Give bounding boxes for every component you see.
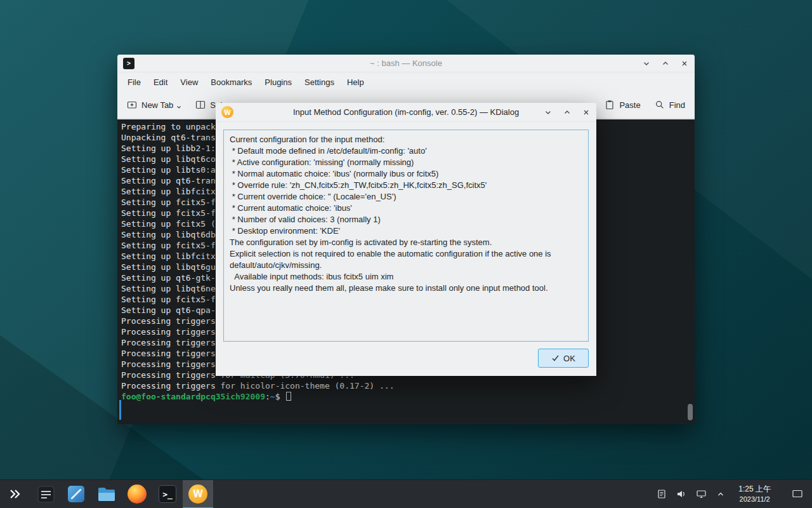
chevron-down-icon [176,105,181,110]
dialog-line: Available input methods: ibus fcitx5 uim… [230,271,582,283]
dialog-line: * Current automatic choice: 'ibus' [230,203,582,214]
folder-icon [97,486,116,502]
application-launcher-button[interactable] [0,480,30,508]
kdialog-window-title: Input Method Configuration (im-config, v… [293,107,519,117]
new-tab-button[interactable]: New Tab [127,100,181,110]
clock[interactable]: 1:25 上午 2023/11/2 [738,485,771,504]
terminal-prompt: foo@foo-standardpcq35ich92009:~$ [121,391,695,402]
kdialog-window: W Input Method Configuration (im-config,… [216,103,596,376]
minimize-icon[interactable] [642,59,651,68]
new-tab-label: New Tab [141,100,173,110]
konsole-menubar: File Edit View Bookmarks Plugins Setting… [117,72,695,91]
konsole-window-title: ~ : bash — Konsole [370,58,442,68]
terminal-line: Processing triggers for hicolor-icon-the… [121,380,695,391]
discover-button[interactable] [61,480,91,508]
menu-settings[interactable]: Settings [298,74,341,90]
search-icon [655,100,665,110]
find-label: Find [669,100,685,110]
dialog-line: * Default mode defined in /etc/default/i… [230,145,582,157]
paste-button[interactable]: Paste [605,100,640,110]
close-icon[interactable] [582,108,591,117]
taskbar: >_ W 1:25 上午 2023/11/2 [0,479,812,508]
im-config-app-icon: W [221,106,233,118]
tab-new-icon [127,100,137,110]
paste-label: Paste [619,100,640,110]
menu-bookmarks[interactable]: Bookmarks [204,74,258,90]
volume-icon[interactable] [676,489,686,499]
konsole-task-icon: >_ [159,485,176,503]
konsole-titlebar[interactable]: > ~ : bash — Konsole [117,55,695,72]
minimize-icon[interactable] [544,108,553,117]
prompt-user-host: foo@foo-standardpcq35ich92009 [121,392,265,401]
kdialog-task-button[interactable]: W [183,480,213,508]
discover-icon [67,485,85,503]
clock-time: 1:25 上午 [738,485,771,495]
dialog-line: * Number of valid choices: 3 (normally 1… [230,214,582,225]
maximize-icon[interactable] [563,108,572,117]
kdialog-titlebar[interactable]: W Input Method Configuration (im-config,… [216,103,596,122]
clock-date: 2023/11/2 [738,495,771,504]
terminal-scrollbar[interactable] [688,122,693,422]
dialog-line: * Current override choice: '' (Locale='e… [230,191,582,203]
find-button[interactable]: Find [655,100,685,110]
display-icon[interactable] [696,489,707,499]
ok-button-label: OK [563,354,575,363]
dialog-message: Current configuration for the input meth… [223,130,589,342]
terminal-cursor [286,392,291,401]
menu-help[interactable]: Help [341,74,370,90]
dialog-line: Explicit selection is not required to en… [230,248,582,271]
kdialog-body: Current configuration for the input meth… [216,123,596,376]
pager-button[interactable] [30,480,61,508]
show-desktop-icon [792,489,803,499]
show-desktop-button[interactable] [792,489,803,499]
menu-file[interactable]: File [121,74,147,90]
launcher-icon [8,486,23,502]
check-icon [551,354,560,362]
split-view-icon [195,100,206,110]
pager-icon [37,486,55,503]
dialog-line: * Active configuration: 'missing' (norma… [230,157,582,168]
file-manager-button[interactable] [91,480,122,508]
menu-view[interactable]: View [174,74,204,90]
prompt-separator: : [265,392,270,401]
expand-tray-icon[interactable] [716,490,725,498]
kdialog-task-icon: W [188,485,207,504]
dialog-line: * Desktop environment: 'KDE' [230,225,582,237]
menu-edit[interactable]: Edit [147,74,174,90]
konsole-icon: > [123,58,134,69]
dialog-line: * Override rule: 'zh_CN,fcitx5:zh_TW,fci… [230,180,582,191]
konsole-task-button[interactable]: >_ [152,480,183,508]
ok-button[interactable]: OK [538,349,589,368]
dialog-line: Unless you really need them all, please … [230,283,582,294]
scrollbar-thumb[interactable] [688,404,693,420]
dialog-line: The configuration set by im-config is ac… [230,237,582,248]
dialog-line: Current configuration for the input meth… [230,134,582,145]
terminal-highlight-bar [119,400,121,420]
system-tray: 1:25 上午 2023/11/2 [657,485,812,504]
paste-icon [605,100,615,110]
dialog-line: * Normal automatic choice: 'ibus' (norma… [230,168,582,180]
desktop: > ~ : bash — Konsole File Edit View Book… [0,0,812,508]
maximize-icon[interactable] [661,59,670,68]
firefox-button[interactable] [122,480,152,508]
menu-plugins[interactable]: Plugins [258,74,298,90]
notifications-icon[interactable] [657,489,667,499]
prompt-path: ~ [270,392,275,401]
firefox-icon [128,485,147,504]
close-icon[interactable] [680,59,689,68]
